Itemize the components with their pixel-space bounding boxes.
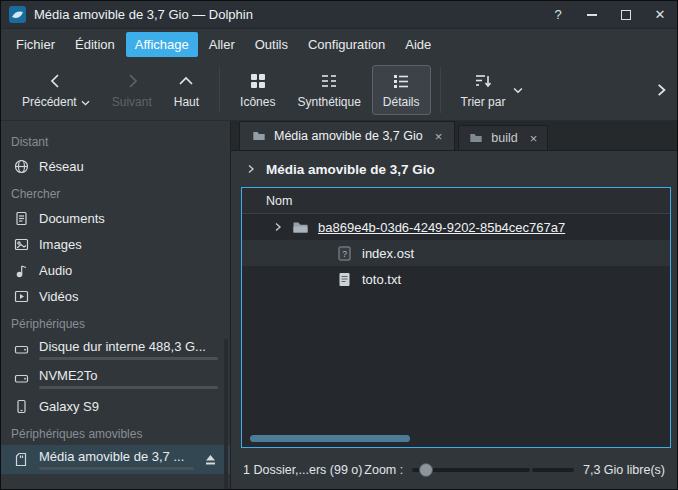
menu-affichage[interactable]: Affichage xyxy=(126,32,198,57)
sidebar-item-label: Galaxy S9 xyxy=(39,399,99,414)
tab-close-icon[interactable]: × xyxy=(530,131,538,146)
menu-fichier[interactable]: Fichier xyxy=(7,32,64,57)
sidebar-item-label: Vidéos xyxy=(39,289,79,304)
dolphin-window: Média amovible de 3,7 Gio — Dolphin ? ✕ … xyxy=(0,0,678,490)
sidebar-item-label: NVME2To xyxy=(39,368,218,383)
up-label: Haut xyxy=(174,95,199,109)
zoom-slider-handle[interactable] xyxy=(419,463,433,477)
chevron-down-icon xyxy=(81,95,90,109)
dolphin-app-icon xyxy=(9,6,26,23)
menu-aide[interactable]: Aide xyxy=(396,32,440,57)
minimize-button[interactable] xyxy=(579,3,605,27)
chevron-right-icon xyxy=(122,71,142,91)
status-bar: 1 Dossier,...ers (99 o) Zoom : 7,3 Gio l… xyxy=(231,451,677,489)
file-name: ba869e4b-03d6-4249-9202-85b4cec767a7 xyxy=(318,220,565,235)
maximize-button[interactable] xyxy=(613,3,639,27)
sidebar-scrollbar[interactable] xyxy=(224,339,228,489)
sidebar-item-audio[interactable]: Audio xyxy=(1,257,230,283)
toolbar-separator xyxy=(219,67,220,113)
sidebar-item-images[interactable]: Images xyxy=(1,231,230,257)
eject-button[interactable] xyxy=(203,452,218,467)
compact-view-label: Synthétique xyxy=(297,95,360,109)
sort-icon xyxy=(473,71,493,91)
details-view-button[interactable]: Détails xyxy=(372,65,431,115)
compact-view-icon xyxy=(319,71,339,91)
sort-by-label: Trier par xyxy=(461,95,506,109)
details-view-label: Détails xyxy=(383,95,420,109)
close-button[interactable]: ✕ xyxy=(647,3,673,27)
horizontal-scrollbar[interactable] xyxy=(250,435,662,442)
video-icon xyxy=(13,288,30,305)
back-label: Précédent xyxy=(22,95,77,109)
capacity-bar xyxy=(39,467,194,470)
toolbar-overflow-button[interactable] xyxy=(653,82,669,98)
unknown-file-icon: ? xyxy=(336,245,353,262)
breadcrumb[interactable]: Média amovible de 3,7 Gio xyxy=(231,151,677,187)
forward-label: Suivant xyxy=(112,95,152,109)
menu-aller[interactable]: Aller xyxy=(200,32,244,57)
harddrive-icon xyxy=(13,370,30,387)
main-view: Média amovible de 3,7 Gio × build × Médi… xyxy=(231,121,677,489)
folder-icon xyxy=(252,129,266,143)
tab-label: build xyxy=(491,131,517,145)
back-button[interactable]: Précédent xyxy=(11,65,101,115)
scrollbar-handle[interactable] xyxy=(250,435,410,442)
capacity-bar xyxy=(39,386,218,389)
zoom-slider[interactable] xyxy=(412,462,530,478)
file-name: toto.txt xyxy=(362,272,401,287)
toolbar: Précédent Suivant Haut Icônes Synthétiqu… xyxy=(1,59,677,121)
column-header-nom[interactable]: Nom xyxy=(242,188,670,214)
expand-chevron-icon[interactable] xyxy=(272,221,284,233)
file-row-folder[interactable]: ba869e4b-03d6-4249-9202-85b4cec767a7 xyxy=(242,214,670,240)
smartphone-icon xyxy=(13,398,30,415)
sidebar-item-videos[interactable]: Vidéos xyxy=(1,283,230,309)
menubar: Fichier Édition Affichage Aller Outils C… xyxy=(1,29,677,59)
tab-close-icon[interactable]: × xyxy=(435,129,443,144)
tab-bar: Média amovible de 3,7 Gio × build × xyxy=(231,121,677,151)
toolbar-separator xyxy=(440,67,441,113)
places-panel: Distant Réseau Chercher Documents Images… xyxy=(1,121,231,489)
sidebar-item-documents[interactable]: Documents xyxy=(1,205,230,231)
help-icon: ? xyxy=(554,7,561,22)
free-space-bar xyxy=(532,468,574,472)
sort-by-button[interactable]: Trier par xyxy=(450,65,535,115)
titlebar[interactable]: Média amovible de 3,7 Gio — Dolphin ? ✕ xyxy=(1,1,677,29)
icons-view-button[interactable]: Icônes xyxy=(229,65,286,115)
compact-view-button[interactable]: Synthétique xyxy=(286,65,371,115)
tab-build[interactable]: build × xyxy=(458,125,548,150)
sidebar-item-media-amovible[interactable]: Média amovible de 3,7 ... xyxy=(1,445,230,474)
menu-outils[interactable]: Outils xyxy=(246,32,297,57)
close-icon: ✕ xyxy=(655,7,666,22)
section-peripheriques: Périphériques xyxy=(1,309,230,335)
sidebar-item-label: Documents xyxy=(39,211,105,226)
maximize-icon xyxy=(621,10,631,20)
sidebar-item-nvme2to[interactable]: NVME2To xyxy=(1,364,230,393)
file-view: Nom ba869e4b-03d6-4249-9202-85b4cec767a7… xyxy=(241,187,671,448)
text-file-icon xyxy=(336,271,353,288)
folder-icon xyxy=(469,131,483,145)
column-header-label: Nom xyxy=(266,194,292,208)
sidebar-item-galaxy-s9[interactable]: Galaxy S9 xyxy=(1,393,230,419)
sidebar-item-reseau[interactable]: Réseau xyxy=(1,153,230,179)
window-title: Média amovible de 3,7 Gio — Dolphin xyxy=(34,7,253,22)
sdcard-icon xyxy=(13,451,30,468)
music-note-icon xyxy=(13,262,30,279)
svg-text:?: ? xyxy=(342,248,347,258)
sidebar-item-disque-dur[interactable]: Disque dur interne 488,3 G... xyxy=(1,335,230,364)
breadcrumb-location[interactable]: Média amovible de 3,7 Gio xyxy=(266,162,435,177)
menu-configuration[interactable]: Configuration xyxy=(299,32,394,57)
icons-view-label: Icônes xyxy=(240,95,275,109)
status-summary: 1 Dossier,...ers (99 o) xyxy=(243,463,363,477)
sidebar-item-label: Audio xyxy=(39,263,72,278)
minimize-icon xyxy=(587,14,597,16)
up-button[interactable]: Haut xyxy=(163,65,210,115)
content-area: Distant Réseau Chercher Documents Images… xyxy=(1,121,677,489)
tab-media-amovible[interactable]: Média amovible de 3,7 Gio × xyxy=(239,121,455,150)
menu-edition[interactable]: Édition xyxy=(66,32,124,57)
file-row-toto-txt[interactable]: toto.txt xyxy=(242,266,670,292)
help-button[interactable]: ? xyxy=(545,3,571,27)
forward-button[interactable]: Suivant xyxy=(101,65,163,115)
file-row-index-ost[interactable]: ? index.ost xyxy=(242,240,670,266)
folder-icon xyxy=(292,219,309,236)
chevron-up-icon xyxy=(176,71,196,91)
